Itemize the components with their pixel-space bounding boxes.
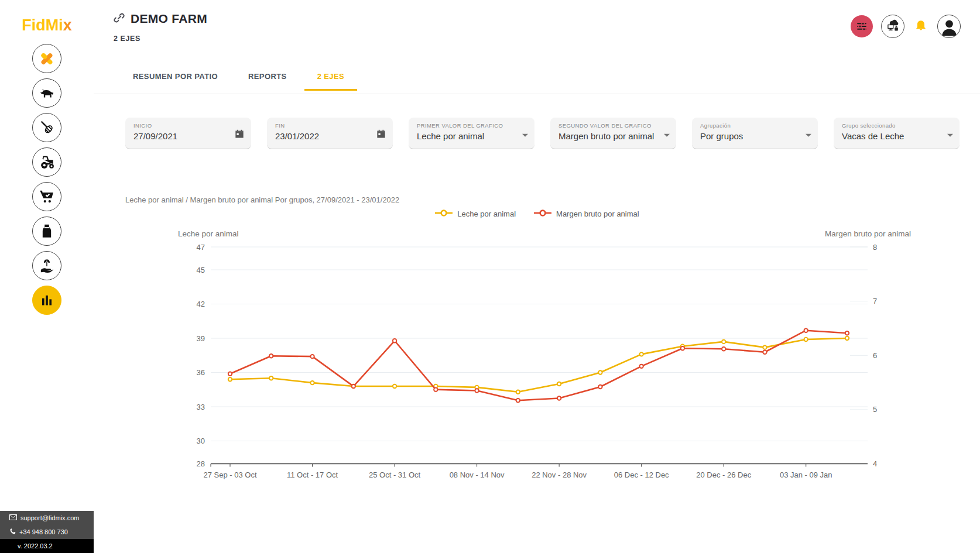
legend-marker [434, 209, 453, 218]
data-point-margen-bruto-por-animal [310, 355, 314, 358]
sidebar-item-fidmix-home[interactable] [32, 44, 61, 73]
bar-chart-icon [38, 291, 56, 309]
filter-label: Grupo seleccionado [842, 122, 940, 129]
data-point-leche-por-animal [269, 376, 273, 380]
left-axis-tick: 42 [197, 300, 205, 308]
data-point-margen-bruto-por-animal [722, 347, 725, 351]
cow-icon [38, 84, 56, 102]
filter-value: Vacas de Leche [842, 131, 940, 141]
two-axis-line-chart[interactable]: 47454239363330288765427 Sep - 03 Oct11 O… [94, 222, 980, 494]
sidebar-item-feed-mixer[interactable] [32, 113, 61, 142]
data-point-margen-bruto-por-animal [352, 384, 355, 388]
data-point-leche-por-animal [598, 370, 602, 374]
fidmix-x-icon [38, 50, 56, 67]
data-point-margen-bruto-por-animal [434, 387, 437, 391]
tab-reports[interactable]: REPORTS [235, 64, 300, 91]
logo-text: FidMi [22, 16, 63, 34]
data-point-margen-bruto-por-animal [763, 351, 766, 354]
left-axis-tick: 45 [197, 266, 205, 274]
filter-fin[interactable]: FIN23/01/2022 [267, 118, 393, 149]
chevron-down-icon [522, 129, 529, 140]
support-phone-link[interactable]: +34 948 800 730 [0, 525, 94, 539]
x-axis-label: 03 Jan - 09 Jan [780, 470, 832, 479]
sidebar-item-cows[interactable] [32, 78, 61, 108]
data-point-margen-bruto-por-animal [393, 339, 396, 342]
filter-value: 23/01/2022 [275, 131, 373, 141]
data-point-leche-por-animal [393, 384, 396, 388]
notifications-button[interactable] [913, 18, 929, 35]
right-axis-tick: 8 [873, 243, 877, 252]
data-point-margen-bruto-por-animal [845, 331, 849, 335]
data-point-leche-por-animal [763, 345, 766, 349]
x-axis-label: 11 Oct - 17 Oct [287, 470, 338, 479]
right-axis-tick: 5 [873, 405, 877, 414]
data-point-margen-bruto-por-animal [639, 365, 643, 368]
bell-icon [913, 19, 928, 34]
filter-label: INICIO [133, 122, 231, 129]
filter-row: INICIO27/09/2021FIN23/01/2022PRIMER VALO… [125, 118, 960, 149]
data-point-margen-bruto-por-animal [681, 346, 684, 350]
tab-resumen-por-patio[interactable]: RESUMEN POR PATIO [120, 64, 231, 91]
calendar-icon [375, 128, 387, 142]
profile-button[interactable] [937, 15, 961, 38]
whisk-icon [38, 119, 56, 136]
data-point-margen-bruto-por-animal [598, 385, 602, 389]
support-phone: +34 948 800 730 [19, 528, 68, 535]
sidebar-item-milk[interactable] [32, 217, 61, 246]
filter-value: Margen bruto por animal [558, 131, 656, 141]
data-point-leche-por-animal [639, 352, 643, 356]
x-axis-label: 22 Nov - 28 Nov [532, 470, 587, 479]
devices-cloud-icon [885, 19, 900, 34]
sliders-icon [855, 19, 869, 33]
filter-segundo-valor-del-grafico[interactable]: SEGUNDO VALOR DEL GRAFICOMargen bruto po… [550, 118, 676, 149]
sidebar-item-machinery[interactable] [32, 147, 61, 177]
left-axis-tick: 30 [197, 437, 205, 445]
legend-label: Margen bruto por animal [556, 209, 639, 218]
support-email-link[interactable]: support@fidmix.com [0, 511, 94, 525]
filter-agrupaci-n[interactable]: AgrupaciónPor grupos [692, 118, 818, 149]
data-point-margen-bruto-por-animal [228, 372, 232, 376]
left-axis-tick: 36 [197, 368, 205, 377]
legend-item-margen-bruto-por-animal[interactable]: Margen bruto por animal [533, 209, 639, 218]
data-point-margen-bruto-por-animal [557, 396, 561, 400]
filter-value: Por grupos [700, 131, 798, 141]
right-axis-tick: 4 [873, 459, 877, 468]
devices-sync-button[interactable] [881, 15, 904, 38]
filter-inicio[interactable]: INICIO27/09/2021 [125, 118, 251, 149]
filter-label: PRIMER VALOR DEL GRAFICO [417, 122, 515, 129]
right-axis-tick: 7 [873, 297, 877, 305]
sidebar-item-purchases[interactable] [32, 182, 61, 211]
sidebar: FidMix support@fidmix.com +34 948 800 73… [0, 0, 94, 553]
filter-value: 27/09/2021 [133, 131, 231, 141]
cart-icon [38, 188, 56, 205]
fidmix-logo[interactable]: FidMix [0, 16, 94, 35]
chevron-down-icon [805, 129, 812, 140]
data-point-leche-por-animal [845, 336, 849, 340]
sidebar-item-charts[interactable] [32, 286, 61, 315]
legend-label: Leche por animal [457, 209, 516, 218]
data-point-leche-por-animal [516, 390, 520, 394]
data-point-leche-por-animal [804, 338, 808, 341]
x-axis-label: 25 Oct - 31 Oct [369, 470, 421, 479]
support-email: support@fidmix.com [20, 514, 79, 521]
link-icon [114, 12, 125, 26]
data-point-margen-bruto-por-animal [516, 399, 520, 402]
calendar-icon [234, 128, 245, 142]
page-header: DEMO FARM [114, 12, 207, 26]
x-axis-label: 20 Dec - 26 Dec [696, 470, 751, 479]
sidebar-item-crops[interactable] [32, 251, 61, 280]
data-point-leche-por-animal [310, 381, 314, 384]
right-axis-title: Margen bruto por animal [825, 229, 911, 238]
filter-label: Agrupación [700, 122, 798, 129]
tab-2-ejes[interactable]: 2 EJES [304, 64, 358, 91]
plant-hand-icon [38, 257, 56, 274]
chevron-down-icon [947, 129, 954, 140]
data-point-leche-por-animal [228, 377, 232, 381]
legend-marker [533, 209, 552, 218]
filter-primer-valor-del-grafico[interactable]: PRIMER VALOR DEL GRAFICOLeche por animal [409, 118, 534, 149]
filter-sliders-button[interactable] [851, 15, 873, 37]
legend-item-leche-por-animal[interactable]: Leche por animal [434, 209, 516, 218]
filter-grupo-seleccionado[interactable]: Grupo seleccionadoVacas de Leche [834, 118, 960, 149]
page-subtitle: 2 EJES [114, 35, 141, 43]
milk-bottle-icon [38, 222, 56, 240]
